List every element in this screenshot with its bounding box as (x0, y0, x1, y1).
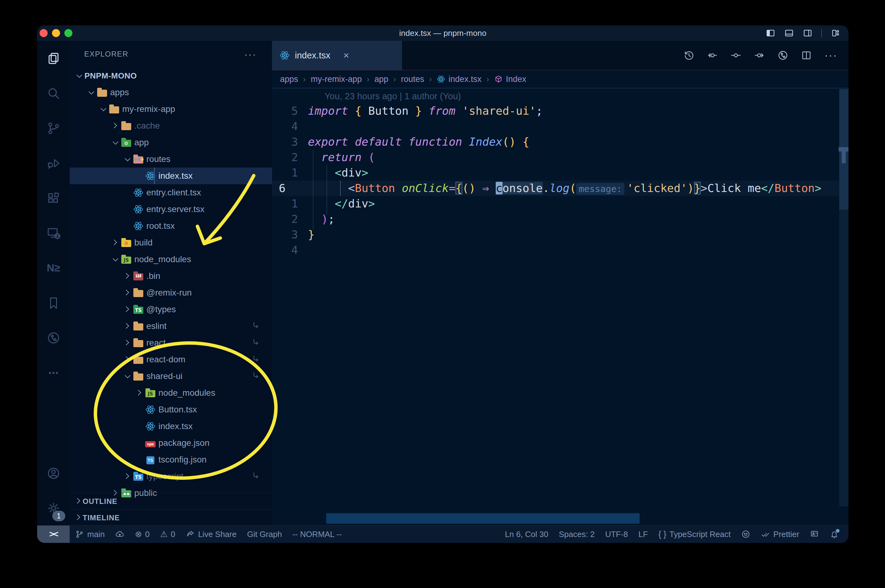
tree-item-@remix-run[interactable]: @remix-run (70, 284, 272, 301)
tree-item-node-modules[interactable]: JSnode_modules (70, 385, 272, 401)
status-item-cursor-position[interactable]: Ln 6, Col 30 (500, 525, 554, 543)
tree-item-node-modules[interactable]: JSnode_modules (70, 251, 272, 268)
activity-item-bookmarks[interactable] (37, 285, 70, 320)
activity-item-account[interactable] (37, 456, 70, 490)
status-item-live-share[interactable]: Live Share (181, 525, 242, 543)
code-line-current[interactable]: 6 <Button onClick={() ⇒ console.log(mess… (272, 180, 849, 196)
status-item-git-branch[interactable]: main (70, 525, 110, 543)
breadcrumb-item-my-remix-app[interactable]: my-remix-app (311, 75, 362, 84)
tree-item-my-remix-app[interactable]: my-remix-app (70, 101, 272, 117)
tree-root-pnpm-mono[interactable]: PNPM-MONO (70, 68, 272, 84)
breadcrumb-item-index[interactable]: Index (494, 75, 526, 84)
status-item-eol[interactable]: LF (633, 525, 653, 543)
tree-item-apps[interactable]: apps (70, 84, 272, 101)
tree-item-.bin[interactable]: 01.bin (70, 268, 272, 284)
outline-label: OUTLINE (83, 497, 117, 506)
live-share-icon (186, 530, 195, 539)
tree-item-index.tsx[interactable]: index.tsx (70, 418, 272, 435)
code-line[interactable]: 4 (272, 242, 849, 258)
status-item-git-graph[interactable]: Git Graph (242, 525, 287, 543)
layout-controls (766, 26, 840, 41)
toggle-secondary-sidebar-icon[interactable] (803, 28, 813, 38)
status-item-remote[interactable]: >< (37, 525, 70, 543)
editor-action-commit-prev-icon[interactable] (707, 50, 718, 61)
activity-item-extensions[interactable] (37, 180, 70, 216)
status-item-indentation[interactable]: Spaces: 2 (554, 525, 600, 543)
tree-item-build[interactable]: build (70, 234, 272, 251)
breadcrumb-item-routes[interactable]: routes (401, 75, 424, 84)
breadcrumb-item-app[interactable]: app (375, 75, 388, 84)
breadcrumb: apps›my-remix-app›app›routes›index.tsx›I… (272, 70, 849, 88)
status-item-encoding[interactable]: UTF-8 (600, 525, 634, 543)
code-line[interactable]: 5import { Button } from 'shared-ui'; (272, 103, 849, 119)
editor-action-history-icon[interactable] (683, 50, 694, 61)
outline-section[interactable]: OUTLINE (70, 493, 272, 510)
toggle-sidebar-icon[interactable] (766, 28, 775, 38)
folder-icon-tan (133, 290, 143, 297)
chevron-down-icon (125, 156, 130, 161)
code-line[interactable]: 2 return ( (272, 150, 849, 165)
tree-item-shared-ui[interactable]: shared-ui (70, 368, 272, 385)
activity-item-more[interactable]: ⋯ (37, 355, 70, 390)
editor-action-commit-icon[interactable] (730, 50, 741, 61)
tree-item-typescript[interactable]: TStypescript (70, 468, 272, 485)
tree-item-tsconfig.json[interactable]: TStsconfig.json (70, 452, 272, 468)
tree-item-react[interactable]: react (70, 334, 272, 351)
chevron-right-icon (123, 273, 129, 278)
status-item-notifications[interactable] (824, 525, 844, 543)
breadcrumb-item-apps[interactable]: apps (280, 75, 298, 84)
timeline-section[interactable]: TIMELINE (70, 509, 272, 526)
activity-item-search[interactable] (37, 76, 70, 111)
status-item-warnings[interactable]: ⚠0 (155, 525, 181, 543)
horizontal-scrollbar[interactable] (326, 513, 640, 524)
tree-item-.cache[interactable]: .cache (70, 117, 272, 134)
activity-item-settings[interactable]: 1 (37, 490, 70, 525)
code-line[interactable]: 3export default function Index() { (272, 134, 849, 150)
editor-action-more-dots-icon[interactable]: ··· (824, 49, 837, 62)
vertical-scrollbar[interactable] (839, 89, 849, 506)
activity-item-gitlens[interactable] (37, 320, 70, 355)
activity-item-explorer[interactable] (37, 41, 70, 76)
code-line[interactable]: 1 <div> (272, 165, 849, 180)
tree-item-routes[interactable]: routes (70, 151, 272, 168)
tree-item-index.tsx[interactable]: index.tsx (70, 168, 272, 184)
status-item-extension-octoface[interactable] (736, 525, 756, 543)
code-line[interactable]: 2 ); (272, 212, 849, 227)
explorer-more-actions-icon[interactable]: ··· (244, 48, 256, 60)
code-area[interactable]: You, 23 hours ago | 1 author (You) 5impo… (272, 89, 849, 525)
code-line[interactable]: 3} (272, 227, 849, 242)
tree-item-package.json[interactable]: npmpackage.json (70, 435, 272, 452)
editor-action-graph-icon[interactable] (777, 50, 789, 61)
code-line[interactable]: 4 (272, 119, 849, 134)
tree-item-react-dom[interactable]: react-dom (70, 351, 272, 368)
customize-layout-icon[interactable] (831, 28, 840, 38)
code-line[interactable]: 1 </div> (272, 196, 849, 212)
breadcrumb-item-index.tsx[interactable]: index.tsx (436, 75, 482, 84)
activity-item-run-debug[interactable] (37, 146, 70, 180)
line-number: 2 (272, 150, 303, 165)
activity-item-nx-console[interactable]: N≥ (37, 250, 70, 285)
tree-item-eslint[interactable]: eslint (70, 318, 272, 334)
editor-action-commit-next-icon[interactable] (754, 50, 765, 61)
status-item-formatter-prettier[interactable]: Prettier (756, 525, 805, 543)
line-number: 1 (272, 165, 303, 180)
tree-item-app[interactable]: ⚙app (70, 134, 272, 151)
source-control-icon (47, 121, 61, 135)
tree-item-entry.server.tsx[interactable]: entry.server.tsx (70, 201, 272, 218)
editor-group: index.tsx × ··· apps›my-remix-app›app›ro… (272, 41, 849, 525)
status-item-vim-mode[interactable]: -- NORMAL -- (287, 525, 347, 543)
tree-item-entry.client.tsx[interactable]: entry.client.tsx (70, 184, 272, 201)
toggle-panel-icon[interactable] (784, 28, 794, 38)
editor-action-split-editor-icon[interactable] (801, 50, 812, 61)
activity-item-source-control[interactable] (37, 111, 70, 146)
status-item-errors[interactable]: ⊗0 (129, 525, 155, 543)
activity-item-remote-explorer[interactable] (37, 216, 70, 250)
status-item-language-mode[interactable]: { }TypeScript React (653, 525, 736, 543)
tab-index-tsx[interactable]: index.tsx × (272, 41, 402, 70)
close-tab-icon[interactable]: × (343, 50, 349, 61)
tree-item-@types[interactable]: TS@types (70, 301, 272, 318)
status-item-feedback[interactable] (805, 525, 824, 543)
tree-item-button.tsx[interactable]: Button.tsx (70, 401, 272, 418)
status-item-sync[interactable] (110, 525, 129, 543)
tree-item-root.tsx[interactable]: root.tsx (70, 218, 272, 234)
